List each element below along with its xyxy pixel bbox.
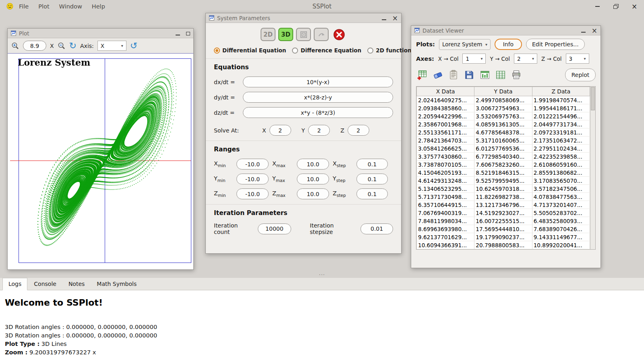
- tab-notes[interactable]: Notes: [63, 278, 90, 290]
- x-col-select[interactable]: 1 ▾: [462, 54, 486, 64]
- export-table-button[interactable]: [479, 69, 491, 81]
- table-cell: 6.01257769536...: [474, 145, 532, 153]
- table-row[interactable]: 5.71371730498...11.8226982738...4.078384…: [417, 193, 590, 201]
- table-row[interactable]: 3.05841266625...6.01257769536...2.279511…: [417, 145, 590, 153]
- save-button[interactable]: [463, 69, 475, 81]
- zoom-out-button[interactable]: [58, 42, 66, 50]
- clear-data-button[interactable]: [432, 69, 444, 81]
- rotate-ccw-button[interactable]: ↺: [130, 41, 137, 50]
- axis-select[interactable]: X ▾: [97, 41, 126, 51]
- plot-maximize-button[interactable]: [186, 30, 190, 37]
- solve-z-input[interactable]: 2: [348, 125, 369, 136]
- table-row[interactable]: 10.6094366391...20.7988800583...10.89920…: [417, 241, 590, 249]
- sysparams-close-button[interactable]: ×: [392, 15, 398, 21]
- radio-difference-equation[interactable]: Difference Equation: [292, 47, 361, 54]
- iteration-count-input[interactable]: 10000: [258, 223, 291, 234]
- print-button[interactable]: [510, 69, 522, 81]
- floppy-disk-icon: [464, 70, 474, 80]
- menu-help[interactable]: Help: [92, 3, 105, 10]
- z-col-select[interactable]: 3 ▾: [566, 54, 589, 64]
- table-row[interactable]: 3.73878070105...7.60675823260...2.610860…: [417, 161, 590, 169]
- col-header-z-data[interactable]: Z Data: [532, 87, 590, 96]
- y-col-select[interactable]: 2 ▾: [514, 54, 537, 64]
- sysparams-minimize-button[interactable]: [382, 15, 386, 21]
- vector-field-button[interactable]: [314, 28, 329, 41]
- add-data-button[interactable]: [416, 69, 428, 81]
- col-header-x-data[interactable]: X Data: [417, 87, 474, 96]
- ymin-input[interactable]: -10.0: [236, 174, 269, 184]
- table-row[interactable]: 6.35710644915...13.1217346796...4.713732…: [417, 201, 590, 209]
- phase-portrait-button[interactable]: [296, 28, 311, 41]
- info-button[interactable]: Info: [495, 39, 522, 50]
- mode-2d-button[interactable]: 2D: [261, 28, 275, 41]
- table-grid-button[interactable]: [495, 69, 507, 81]
- table-scrollbar[interactable]: [590, 87, 595, 249]
- xmin-input[interactable]: -10.0: [236, 159, 269, 170]
- table-row[interactable]: 2.20594422996...3.53206975763...2.012221…: [417, 112, 590, 120]
- radio-differential-equation[interactable]: Differential Equation: [214, 47, 286, 54]
- rotate-cw-button[interactable]: ↻: [69, 41, 77, 50]
- table-header-row: X Data Y Data Z Data: [417, 87, 590, 96]
- ystep-input[interactable]: 0.1: [356, 174, 388, 184]
- eraser-icon: [433, 70, 443, 80]
- zmin-input[interactable]: -10.0: [236, 188, 269, 199]
- plot-select[interactable]: Lorenz System ▾: [439, 39, 491, 50]
- table-row[interactable]: 2.02416409275...2.49970858069...1.991984…: [417, 96, 590, 104]
- solve-x-input[interactable]: 2: [269, 125, 291, 136]
- table-row[interactable]: 2.78421364703...5.31710160065...2.173510…: [417, 137, 590, 145]
- plot-canvas[interactable]: [8, 54, 193, 269]
- zstep-input[interactable]: 0.1: [356, 188, 388, 199]
- dataset-minimize-button[interactable]: [581, 27, 586, 34]
- table-row[interactable]: 4.61429313248...9.52579959495...3.170835…: [417, 177, 590, 185]
- dx-dt-input[interactable]: 10*(y-x): [243, 77, 393, 87]
- minimize-button[interactable]: [594, 3, 601, 10]
- xstep-input[interactable]: 0.1: [356, 159, 388, 170]
- table-cell: 7.60675823260...: [474, 161, 532, 169]
- dataset-viewer-titlebar[interactable]: Dataset Viewer ×: [411, 26, 601, 35]
- table-row[interactable]: 2.35867001968...4.08591361305...2.044977…: [417, 120, 590, 128]
- table-row[interactable]: 7.06769400319...14.5192923027...5.505052…: [417, 209, 590, 217]
- zoom-in-button[interactable]: [11, 42, 19, 50]
- edit-properties-button[interactable]: Edit Properties...: [526, 39, 585, 50]
- table-row[interactable]: 8.69963693980...17.5695444810...7.683890…: [417, 225, 590, 233]
- tab-console[interactable]: Console: [28, 278, 62, 290]
- menu-file[interactable]: File: [19, 3, 29, 10]
- close-button[interactable]: ×: [631, 3, 638, 10]
- tab-logs[interactable]: Logs: [2, 278, 27, 290]
- tab-math-symbols[interactable]: Math Symbols: [91, 278, 142, 290]
- restore-button[interactable]: [613, 3, 619, 10]
- dz-dt-input[interactable]: x*y - (8*z/3): [243, 107, 393, 118]
- zmax-input[interactable]: 10.0: [297, 188, 329, 199]
- table-cell: 19.1799090237...: [474, 233, 532, 241]
- equation-row: dz/dt = x*y - (8*z/3): [214, 107, 393, 118]
- dy-dt-input[interactable]: x*(28-z)-y: [243, 92, 393, 103]
- xmax-input[interactable]: 10.0: [297, 159, 329, 170]
- table-row[interactable]: 2.09384385860...3.00672754963...1.995441…: [417, 104, 590, 112]
- table-cell: 2.35867001968...: [417, 120, 474, 128]
- log-line: Zoom : 9.200319797673227 x: [5, 348, 639, 357]
- split-handle[interactable]: ···: [0, 273, 644, 278]
- system-parameters-titlebar[interactable]: System Parameters ×: [206, 13, 401, 23]
- solve-y-input[interactable]: 2: [308, 125, 330, 136]
- iteration-stepsize-input[interactable]: 0.01: [360, 223, 393, 234]
- close-solver-button[interactable]: [331, 28, 346, 41]
- dataset-close-button[interactable]: ×: [592, 28, 597, 33]
- ymax-input[interactable]: 10.0: [297, 174, 329, 184]
- plot-minimize-button[interactable]: [176, 30, 180, 37]
- menu-window[interactable]: Window: [59, 3, 82, 10]
- table-row[interactable]: 5.13406523295...10.6245970318...3.571823…: [417, 185, 590, 193]
- menu-plot[interactable]: Plot: [38, 3, 49, 10]
- paste-button[interactable]: [447, 69, 460, 81]
- table-row[interactable]: 9.62137701629...19.1799090237...9.143311…: [417, 233, 590, 241]
- zoom-value-input[interactable]: 8.9: [23, 41, 46, 51]
- table-row[interactable]: 7.84811998034...16.0072255515...6.483525…: [417, 217, 590, 225]
- scrollbar-thumb[interactable]: [591, 87, 595, 110]
- plot-window-titlebar[interactable]: Plot: [8, 29, 193, 38]
- table-row[interactable]: 2.55133561171...4.67785648378...2.097233…: [417, 128, 590, 137]
- table-row[interactable]: 4.15046205193...8.52191846315...2.855913…: [417, 169, 590, 177]
- table-row[interactable]: 3.37577430860...6.77298540340...2.422352…: [417, 153, 590, 161]
- mode-3d-button[interactable]: 3D: [278, 28, 293, 41]
- col-header-y-data[interactable]: Y Data: [474, 87, 532, 96]
- replot-button[interactable]: Replot: [565, 68, 596, 81]
- radio-2d-function[interactable]: 2D function: [367, 47, 411, 54]
